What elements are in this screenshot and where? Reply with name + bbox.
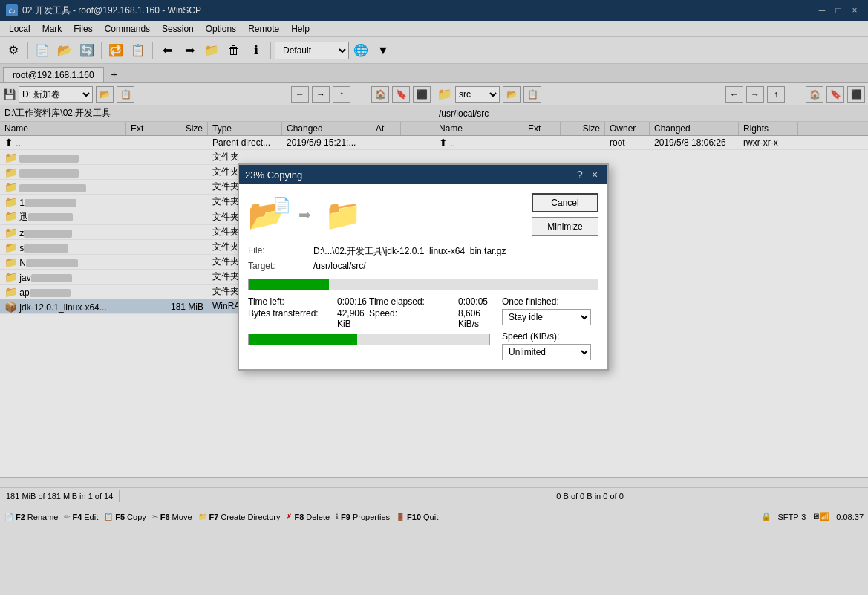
transfer-arrow-icon: ➡: [298, 206, 311, 224]
doc-icon: 📄: [273, 196, 291, 214]
bytes-label: Bytes transferred:: [248, 308, 337, 329]
speed-kib-label: Speed (KiB/s):: [502, 331, 598, 342]
dialog-close-btn[interactable]: ×: [588, 168, 601, 181]
file-info: File: D:\...\02.开发工具\jdk-12.0.1_linux-x6…: [248, 245, 598, 271]
target-label: Target:: [248, 261, 307, 271]
dialog-overlay: 23% Copying ? × 📂 📄 ➡ 📁: [0, 0, 868, 595]
main-progress-bar-container: [248, 279, 598, 290]
time-left-value: 0:00:16: [337, 296, 369, 307]
dialog-title-controls: ? ×: [573, 168, 601, 181]
copy-dialog: 23% Copying ? × 📂 📄 ➡ 📁: [238, 163, 609, 371]
speed-dropdown[interactable]: Unlimited: [502, 344, 591, 360]
speed-value: 8,606 KiB/s: [458, 308, 490, 329]
bytes-value: 42,906 KiB: [337, 308, 369, 329]
source-folder-icon: 📂 📄: [248, 198, 285, 233]
time-section: Time left: 0:00:16 Time elapsed: 0:00:05…: [248, 296, 490, 350]
speed-label: Speed:: [369, 308, 458, 329]
options-section: Once finished: Stay idle Speed (KiB/s): …: [502, 296, 598, 360]
time-left-label: Time left:: [248, 296, 337, 307]
time-grid: Time left: 0:00:16 Time elapsed: 0:00:05…: [248, 296, 490, 329]
dialog-action-buttons: Cancel Minimize: [532, 193, 598, 236]
file-value: D:\...\02.开发工具\jdk-12.0.1_linux-x64_bin.…: [313, 245, 598, 258]
speed-progress-bar-container: [248, 334, 490, 345]
target-folder-icon: 📁: [324, 198, 362, 233]
dialog-title-bar: 23% Copying ? ×: [239, 165, 607, 184]
time-elapsed-label: Time elapsed:: [369, 296, 458, 307]
main-progress-section: [248, 279, 598, 290]
speed-progress-bar-fill: [249, 334, 357, 345]
time-once-row: Time left: 0:00:16 Time elapsed: 0:00:05…: [248, 296, 598, 360]
speed-kib-label-text: Speed (KiB/s):: [502, 331, 559, 342]
minimize-button[interactable]: Minimize: [532, 217, 598, 236]
target-value: /usr/local/src/: [313, 261, 598, 271]
dialog-icons: 📂 📄 ➡ 📁: [248, 198, 362, 233]
file-label: File:: [248, 245, 307, 258]
dialog-help-btn[interactable]: ?: [573, 168, 587, 181]
dialog-body: 📂 📄 ➡ 📁 Cancel Minimize File: D:\...\02.…: [239, 184, 607, 369]
once-finished-label: Once finished:: [502, 296, 598, 307]
once-finished-dropdown[interactable]: Stay idle: [502, 309, 591, 325]
dialog-top: 📂 📄 ➡ 📁 Cancel Minimize: [248, 193, 598, 236]
once-finished-label-text: Once finished:: [502, 296, 559, 307]
dialog-title-text: 23% Copying: [245, 169, 302, 181]
cancel-button[interactable]: Cancel: [532, 193, 598, 212]
time-elapsed-value: 0:00:05: [458, 296, 490, 307]
main-progress-bar-fill: [249, 279, 329, 290]
